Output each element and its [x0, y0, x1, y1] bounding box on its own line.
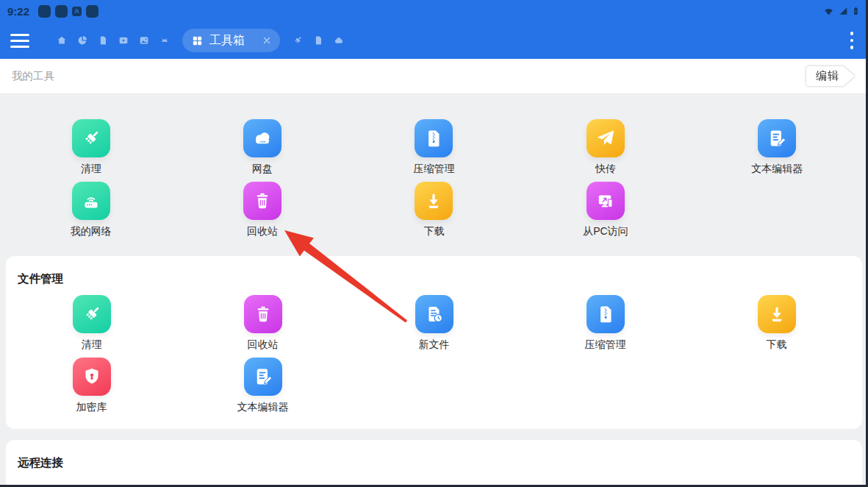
router-icon — [80, 190, 102, 212]
battery-charging-icon — [851, 3, 861, 19]
tool-tile — [587, 119, 625, 157]
tab-close-button[interactable] — [261, 35, 273, 46]
tool-recycle-bin[interactable]: 回收站 — [176, 180, 348, 243]
trash-icon — [252, 303, 274, 325]
tool-cloud-drive[interactable]: 网盘 — [176, 118, 348, 180]
tool-tile — [415, 295, 453, 333]
grid-spacer — [692, 180, 863, 243]
home-tab[interactable] — [56, 35, 68, 46]
tool-label: 文本编辑器 — [751, 163, 803, 176]
letter-a-notification-icon: A — [72, 7, 82, 16]
tool-label: 压缩管理 — [585, 338, 626, 352]
tool-tile — [244, 358, 282, 396]
zip-file-icon — [423, 127, 445, 149]
app-notification-icon — [55, 5, 68, 18]
remote-connection-card: 远程连接 — [6, 440, 862, 487]
grid-spacer — [691, 356, 862, 419]
tool-clean[interactable]: 清理 — [5, 118, 176, 180]
tool-download[interactable]: 下载 — [691, 294, 862, 356]
file-management-card: 文件管理 清理 回收站 新文件 压缩管理 下载 — [6, 256, 862, 429]
section-title: 文件管理 — [6, 256, 862, 294]
paper-plane-icon — [595, 127, 617, 149]
tool-label: 加密库 — [76, 401, 107, 414]
tool-tile — [243, 182, 281, 220]
grid-spacer — [520, 356, 691, 419]
tab-toolbox-label: 工具箱 — [209, 33, 245, 49]
hamburger-menu-icon[interactable] — [10, 34, 29, 48]
android-icon — [159, 35, 171, 46]
tool-tile — [758, 295, 796, 333]
close-icon — [261, 35, 273, 46]
tool-download[interactable]: 下载 — [348, 180, 520, 243]
edit-button-wrap: 编辑 — [806, 66, 855, 86]
pc-access-icon — [595, 190, 617, 212]
tool-my-network[interactable]: 我的网络 — [5, 180, 176, 243]
tool-pc-access[interactable]: 从PC访问 — [520, 180, 691, 243]
tool-encrypt-vault[interactable]: 加密库 — [6, 356, 177, 419]
kebab-menu-icon[interactable] — [850, 32, 854, 49]
my-tools-grid: 清理 网盘 压缩管理 快传 文本编辑器 我的网络 回收站 下载 — [0, 94, 868, 243]
text-editor-icon — [252, 366, 274, 388]
broom-icon — [80, 127, 102, 149]
app-toolbar: 工具箱 — [0, 22, 868, 59]
tab-toolbox[interactable]: 工具箱 — [182, 29, 280, 52]
image-icon — [138, 35, 150, 46]
zip-file-icon — [595, 303, 617, 325]
sdcard-tab[interactable] — [97, 35, 109, 46]
status-time: 9:22 — [7, 5, 29, 18]
analyze-tab[interactable] — [76, 35, 88, 46]
wifi-icon — [822, 5, 835, 18]
text-editor-icon — [766, 127, 788, 149]
tool-tile — [758, 119, 796, 157]
tool-label: 新文件 — [419, 338, 450, 352]
tab-strip: 工具箱 — [56, 29, 345, 52]
tool-tile — [587, 295, 625, 333]
file-management-grid: 清理 回收站 新文件 压缩管理 下载 加密库 — [6, 294, 862, 429]
tool-label: 回收站 — [247, 225, 278, 238]
tool-label: 我的网络 — [71, 225, 112, 238]
sdcard-icon — [97, 35, 109, 46]
page-header: 我的工具 编辑 — [0, 59, 868, 94]
apps-tab[interactable] — [159, 35, 171, 46]
tool-tile — [72, 182, 110, 220]
tool-text-editor[interactable]: 文本编辑器 — [177, 356, 348, 419]
cellular-signal-icon — [837, 5, 849, 17]
cloud-tab[interactable] — [333, 35, 345, 46]
tool-label: 快传 — [595, 163, 616, 176]
sdcard-icon — [312, 35, 324, 46]
pie-chart-icon — [76, 35, 88, 46]
trash-icon — [251, 190, 273, 212]
tool-tile — [73, 295, 111, 333]
tool-clean[interactable]: 清理 — [6, 294, 177, 356]
tool-tile — [73, 358, 111, 396]
tool-tile — [243, 119, 281, 157]
cloud-icon — [333, 35, 345, 46]
edit-button[interactable]: 编辑 — [806, 66, 855, 86]
video-tab[interactable] — [118, 35, 129, 46]
tool-zip-manager[interactable]: 压缩管理 — [520, 294, 691, 356]
tool-tile — [587, 182, 625, 220]
grid-spacer — [348, 356, 520, 419]
cleaner-tab[interactable] — [292, 35, 304, 46]
download-icon — [766, 303, 788, 325]
tool-tile — [415, 182, 453, 220]
content-area: 清理 网盘 压缩管理 快传 文本编辑器 我的网络 回收站 下载 — [0, 94, 868, 487]
tool-label: 下载 — [767, 338, 787, 352]
home-icon — [56, 35, 68, 46]
tool-tile — [244, 295, 282, 333]
tool-zip-manager[interactable]: 压缩管理 — [348, 118, 520, 180]
tool-label: 网盘 — [252, 163, 273, 176]
tool-text-editor[interactable]: 文本编辑器 — [692, 118, 863, 180]
tool-quick-send[interactable]: 快传 — [520, 118, 691, 180]
tool-new-files[interactable]: 新文件 — [348, 294, 520, 356]
new-files-icon — [423, 303, 445, 325]
tool-label: 文本编辑器 — [237, 401, 289, 414]
shield-lock-icon — [81, 366, 103, 388]
tool-label: 回收站 — [248, 338, 279, 352]
video-icon — [118, 35, 129, 46]
image-tab[interactable] — [138, 35, 150, 46]
sdcard-tab-2[interactable] — [312, 35, 324, 46]
tool-label: 压缩管理 — [413, 163, 454, 176]
tool-label: 下载 — [423, 225, 444, 238]
tool-recycle-bin[interactable]: 回收站 — [177, 294, 348, 356]
